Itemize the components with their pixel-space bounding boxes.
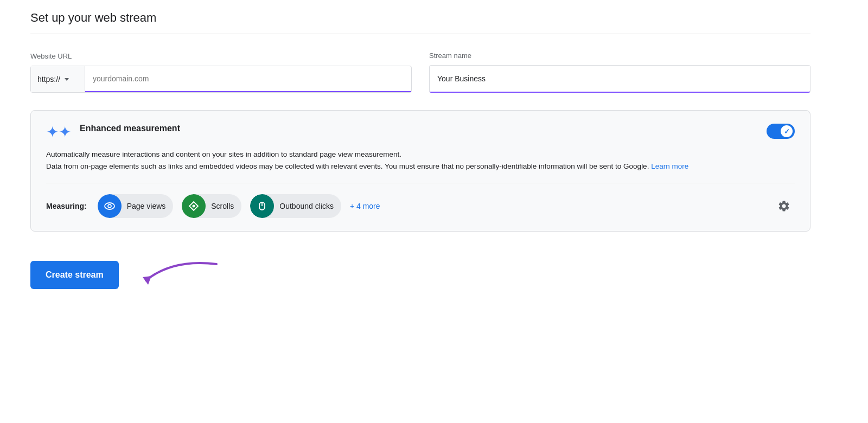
website-url-group: Website URL https:// <box>30 52 412 93</box>
page-views-chip: Page views <box>98 194 174 218</box>
protocol-value: https:// <box>37 75 60 84</box>
description-line-2: Data from on-page elements such as links… <box>46 162 649 170</box>
measuring-row: Measuring: Page views <box>46 194 795 218</box>
svg-point-1 <box>108 204 111 208</box>
card-header: ✦✦ Enhanced measurement ✓ <box>46 124 795 140</box>
diamond-icon <box>188 200 200 212</box>
url-input-row: https:// <box>30 66 412 93</box>
chevron-down-icon <box>65 78 69 81</box>
outbound-clicks-icon-circle <box>250 194 274 218</box>
enhanced-measurement-toggle[interactable]: ✓ <box>767 124 795 139</box>
protocol-select[interactable]: https:// <box>31 66 85 92</box>
learn-more-link[interactable]: Learn more <box>651 162 688 170</box>
title-divider <box>30 34 810 34</box>
toggle-track: ✓ <box>767 124 795 139</box>
website-url-label: Website URL <box>30 52 412 60</box>
card-description: Automatically measure interactions and c… <box>46 149 751 172</box>
toggle-thumb: ✓ <box>781 125 793 137</box>
toggle-wrapper: ✓ <box>767 124 795 139</box>
page-title: Set up your web stream <box>30 11 810 25</box>
svg-marker-6 <box>143 276 151 285</box>
form-row: Website URL https:// Stream name <box>30 52 810 93</box>
action-row: Create stream <box>30 253 810 297</box>
scrolls-chip: Scrolls <box>182 194 241 218</box>
create-stream-button[interactable]: Create stream <box>30 261 119 289</box>
svg-point-3 <box>193 205 195 208</box>
svg-point-0 <box>105 203 114 209</box>
eye-icon <box>104 200 116 212</box>
stream-name-input[interactable] <box>430 66 810 92</box>
arrow-annotation <box>130 253 238 297</box>
outbound-clicks-label: Outbound clicks <box>274 202 341 210</box>
scrolls-label: Scrolls <box>206 202 241 210</box>
stream-name-label: Stream name <box>429 52 810 60</box>
mouse-icon <box>256 200 268 212</box>
arrow-svg <box>130 253 238 297</box>
sparkles-icon: ✦✦ <box>46 125 71 140</box>
more-metrics-link[interactable]: + 4 more <box>350 202 380 210</box>
settings-button[interactable] <box>773 195 795 217</box>
toggle-check-icon: ✓ <box>784 127 790 136</box>
name-input-wrapper <box>429 65 810 93</box>
card-title: Enhanced measurement <box>80 124 180 133</box>
gear-icon <box>777 200 790 213</box>
measurement-card: ✦✦ Enhanced measurement ✓ Automatically … <box>30 110 810 232</box>
page-views-label: Page views <box>122 202 174 210</box>
stream-name-group: Stream name <box>429 52 810 93</box>
outbound-clicks-chip: Outbound clicks <box>250 194 341 218</box>
measuring-label: Measuring: <box>46 202 87 210</box>
page-views-icon-circle <box>98 194 122 218</box>
description-line-1: Automatically measure interactions and c… <box>46 150 401 158</box>
card-divider <box>46 183 795 183</box>
scrolls-icon-circle <box>182 194 206 218</box>
domain-input[interactable] <box>85 66 411 92</box>
